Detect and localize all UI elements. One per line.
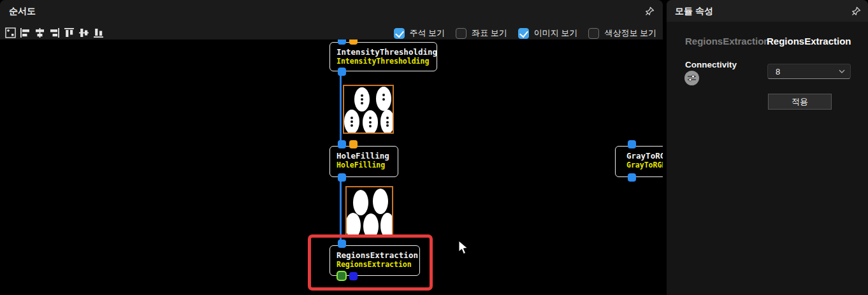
toggle-images[interactable]: 이미지 보기 <box>518 27 578 39</box>
module-properties-header: 모듈 속성 <box>667 0 868 22</box>
node-title: RegionsExtraction <box>336 250 419 260</box>
toggle-colorinfo[interactable]: 색상정보 보기 <box>588 27 656 39</box>
node-holefilling[interactable]: HoleFilling HoleFilling <box>329 146 398 177</box>
node-subtitle: IntensityThresholding <box>336 57 437 66</box>
input-port-icon[interactable] <box>628 140 636 148</box>
pin-icon[interactable] <box>850 6 862 17</box>
coordinates-checkbox-label: 좌표 보기 <box>472 27 507 39</box>
colorinfo-checkbox-label: 색상정보 보기 <box>604 27 656 39</box>
node-title: GrayToRGB <box>626 151 663 161</box>
module-type-label: RegionsExtraction <box>685 36 770 47</box>
view-options: 주석 보기 좌표 보기 이미지 보기 색상정보 보기 <box>394 27 657 39</box>
images-checkbox[interactable] <box>518 28 529 39</box>
align-center-vertical-icon[interactable] <box>34 27 45 38</box>
regions-output-port-icon[interactable] <box>336 271 347 281</box>
chevron-down-icon <box>839 68 845 75</box>
align-left-icon[interactable] <box>20 27 31 38</box>
flowchart-canvas[interactable]: IntensityThresholding IntensityThreshold… <box>0 40 663 295</box>
flowchart-panel-title: 순서도 <box>9 6 36 17</box>
module-properties-title: 모듈 속성 <box>675 6 713 17</box>
align-bottom-icon[interactable] <box>93 27 104 38</box>
colorinfo-checkbox[interactable] <box>588 28 599 39</box>
output-port-icon[interactable] <box>349 272 358 280</box>
node-title: HoleFilling <box>336 151 398 161</box>
output-port-icon[interactable] <box>338 173 346 182</box>
toggle-annotations[interactable]: 주석 보기 <box>394 27 445 39</box>
module-properties-panel: 모듈 속성 RegionsExtraction RegionsExtractio… <box>667 0 868 295</box>
param-port-icon[interactable] <box>349 140 358 148</box>
param-port-icon[interactable] <box>349 40 358 45</box>
node-intensitythresholding[interactable]: IntensityThresholding IntensityThreshold… <box>329 42 437 71</box>
preview-image-filled <box>345 186 393 237</box>
apply-button[interactable]: 적용 <box>768 94 832 110</box>
node-title: IntensityThresholding <box>336 47 437 57</box>
node-subtitle: HoleFilling <box>336 161 398 169</box>
flowchart-toolbar <box>5 27 104 38</box>
output-port-icon[interactable] <box>628 173 636 182</box>
input-port-icon[interactable] <box>338 240 346 248</box>
align-middle-horizontal-icon[interactable] <box>78 27 89 38</box>
mouse-cursor <box>458 240 469 258</box>
images-checkbox-label: 이미지 보기 <box>534 27 578 39</box>
node-subtitle: RegionsExtraction <box>336 260 419 269</box>
toggle-coordinates[interactable]: 좌표 보기 <box>456 27 507 39</box>
align-top-icon[interactable] <box>64 27 75 38</box>
flowchart-panel: 순서도 주석 보기 좌 <box>0 0 663 295</box>
annotations-checkbox[interactable] <box>394 28 405 39</box>
connectivity-label: Connectivity <box>685 60 737 69</box>
input-port-icon[interactable] <box>338 40 346 45</box>
connectivity-dropdown[interactable]: 8 <box>767 64 851 79</box>
output-port-icon[interactable] <box>338 68 346 76</box>
pin-icon[interactable] <box>644 6 655 17</box>
wire-intensity-to-holefilling <box>340 75 342 145</box>
input-port-icon[interactable] <box>338 140 346 148</box>
coordinates-checkbox[interactable] <box>456 28 467 39</box>
module-name-label: RegionsExtraction <box>767 36 851 47</box>
fit-to-screen-icon[interactable] <box>5 27 16 38</box>
preview-image-thresholded <box>343 85 394 134</box>
node-subtitle: GrayToRGB <box>626 161 663 169</box>
wire-holefilling-to-regions <box>340 179 342 243</box>
annotations-checkbox-label: 주석 보기 <box>410 27 445 39</box>
align-right-icon[interactable] <box>49 27 60 38</box>
sliders-icon <box>684 71 699 85</box>
connectivity-dropdown-value: 8 <box>776 67 839 76</box>
node-regionsextraction[interactable]: RegionsExtraction RegionsExtraction <box>329 245 420 276</box>
node-graytorgb[interactable]: GrayToRGB GrayToRGB <box>615 146 663 177</box>
